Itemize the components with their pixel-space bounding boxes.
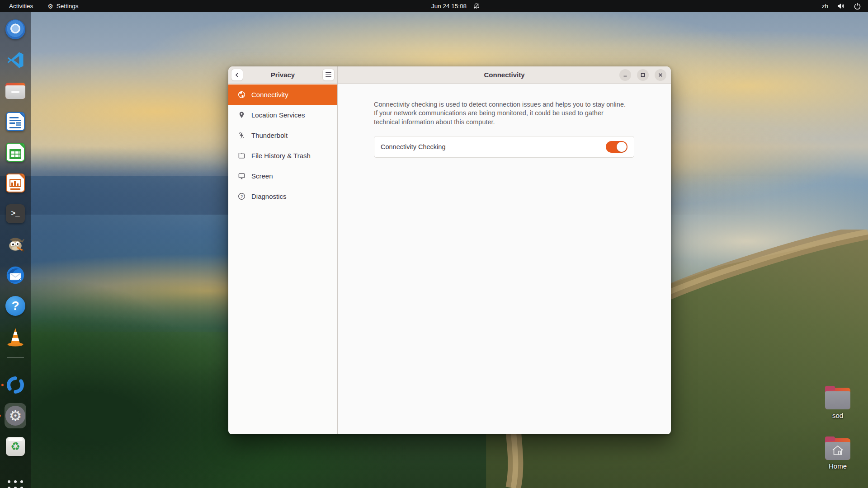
sidebar-item-connectivity[interactable]: Connectivity	[228, 84, 337, 105]
clock-menu-button[interactable]: Jun 24 15:08	[431, 3, 480, 10]
connectivity-checking-row: Connectivity Checking	[374, 136, 634, 158]
screen-icon	[238, 172, 245, 180]
files-icon	[5, 83, 25, 99]
sidebar-nav: Connectivity Location Services Thunderbo…	[228, 84, 337, 206]
sidebar-item-label: Screen	[251, 172, 273, 180]
sidebar-item-label: File History & Trash	[251, 152, 311, 160]
back-button[interactable]	[231, 69, 243, 81]
top-bar: Activities ⚙ Settings Jun 24 15:08 zh	[0, 0, 868, 12]
minimize-button[interactable]	[619, 69, 631, 81]
sidebar-item-label: Diagnostics	[251, 192, 287, 200]
dock-item-vscode[interactable]	[5, 49, 26, 71]
thunderbolt-icon	[238, 131, 245, 139]
sidebar-item-label: Location Services	[251, 111, 305, 119]
connectivity-panel: Connectivity Connectivity checking is	[338, 66, 671, 434]
menu-button[interactable]	[322, 69, 335, 81]
dock-item-gimp[interactable]	[5, 234, 26, 255]
dock-item-blue-ring-app[interactable]	[5, 374, 26, 396]
sidebar-headerbar: Privacy	[228, 66, 337, 84]
activities-button[interactable]: Activities	[7, 0, 35, 12]
libreoffice-writer-icon	[6, 112, 25, 131]
settings-gear-icon: ⚙	[5, 406, 25, 426]
gear-icon: ⚙	[47, 3, 53, 9]
input-method-indicator: zh	[822, 3, 828, 9]
blue-ring-app-icon	[5, 375, 25, 395]
dock-item-files[interactable]	[5, 80, 26, 102]
vscode-icon	[6, 51, 25, 70]
connectivity-description: Connectivity checking is used to detect …	[374, 100, 635, 127]
running-indicator	[1, 384, 4, 386]
activities-label: Activities	[9, 3, 33, 9]
app-menu-label: Settings	[57, 3, 79, 9]
running-indicator	[0, 415, 1, 417]
maximize-button[interactable]	[637, 69, 649, 81]
terminal-icon: >_	[6, 204, 25, 223]
app-grid-icon	[8, 480, 23, 488]
desktop-icon-label: Home	[829, 462, 847, 470]
setting-label: Connectivity Checking	[381, 143, 445, 150]
volume-icon	[837, 3, 845, 9]
home-folder-icon	[825, 438, 850, 460]
libreoffice-calc-icon	[6, 143, 25, 162]
dock-item-libreoffice-calc[interactable]	[5, 141, 26, 163]
sidebar-item-location-services[interactable]: Location Services	[228, 105, 337, 125]
libreoffice-impress-icon	[6, 174, 25, 192]
sidebar-item-screen[interactable]: Screen	[228, 166, 337, 186]
dock-item-help[interactable]: ?	[5, 295, 26, 317]
dock-item-vlc[interactable]	[5, 326, 26, 347]
house-icon	[831, 444, 844, 456]
dock-item-settings[interactable]: ⚙	[5, 405, 26, 427]
hamburger-icon	[326, 72, 331, 77]
chromium-icon	[5, 19, 25, 39]
chevron-left-icon	[234, 72, 241, 78]
privacy-sidebar: Privacy Connectivity Location Services	[228, 66, 338, 434]
sidebar-item-diagnostics[interactable]: ? Diagnostics	[228, 186, 337, 206]
dock-item-chromium[interactable]	[5, 19, 26, 40]
dock-item-trash[interactable]: ♻	[5, 436, 26, 457]
dock-item-terminal[interactable]: >_	[5, 203, 26, 225]
thunderbird-icon	[5, 265, 25, 285]
question-circle-icon: ?	[238, 192, 245, 200]
desktop-icon-sod[interactable]: sod	[817, 388, 858, 419]
clock-label: Jun 24 15:08	[431, 3, 467, 9]
notifications-off-icon	[473, 3, 480, 10]
panel-title: Connectivity	[484, 71, 524, 79]
trash-icon: ♻	[6, 437, 25, 456]
dock-item-libreoffice-impress[interactable]	[5, 172, 26, 194]
show-applications-button[interactable]	[5, 477, 26, 488]
power-icon	[854, 3, 861, 9]
gimp-icon	[5, 235, 25, 254]
desktop-icon-label: sod	[832, 412, 843, 419]
sidebar-item-label: Connectivity	[251, 91, 288, 99]
close-button[interactable]	[655, 69, 666, 81]
sidebar-item-label: Thunderbolt	[251, 131, 288, 139]
panel-content: Connectivity checking is used to detect …	[338, 84, 671, 158]
sidebar-item-file-history-trash[interactable]: File History & Trash	[228, 145, 337, 166]
dock-separator	[7, 357, 24, 358]
main-headerbar: Connectivity	[338, 66, 671, 84]
dock: >_ ?	[0, 12, 31, 488]
globe-icon	[238, 91, 245, 99]
dock-item-libreoffice-writer[interactable]	[5, 111, 26, 132]
minimize-icon	[623, 72, 628, 78]
system-status-menu[interactable]: zh	[822, 3, 868, 9]
toggle-knob	[617, 142, 627, 152]
dock-item-thunderbird[interactable]	[5, 264, 26, 286]
connectivity-checking-toggle[interactable]	[606, 141, 627, 153]
location-pin-icon	[238, 111, 245, 119]
desktop-icon-home[interactable]: Home	[817, 438, 858, 470]
folder-icon	[825, 388, 850, 409]
vlc-icon	[6, 327, 25, 347]
close-icon	[658, 72, 663, 78]
sidebar-title: Privacy	[271, 71, 295, 79]
folder-icon	[238, 152, 245, 160]
maximize-icon	[640, 72, 646, 78]
svg-text:?: ?	[241, 194, 243, 199]
app-menu-button[interactable]: ⚙ Settings	[46, 0, 80, 12]
sidebar-item-thunderbolt[interactable]: Thunderbolt	[228, 125, 337, 145]
settings-window: Privacy Connectivity Location Services	[228, 66, 671, 434]
help-icon: ?	[5, 296, 25, 316]
window-controls	[619, 66, 666, 84]
